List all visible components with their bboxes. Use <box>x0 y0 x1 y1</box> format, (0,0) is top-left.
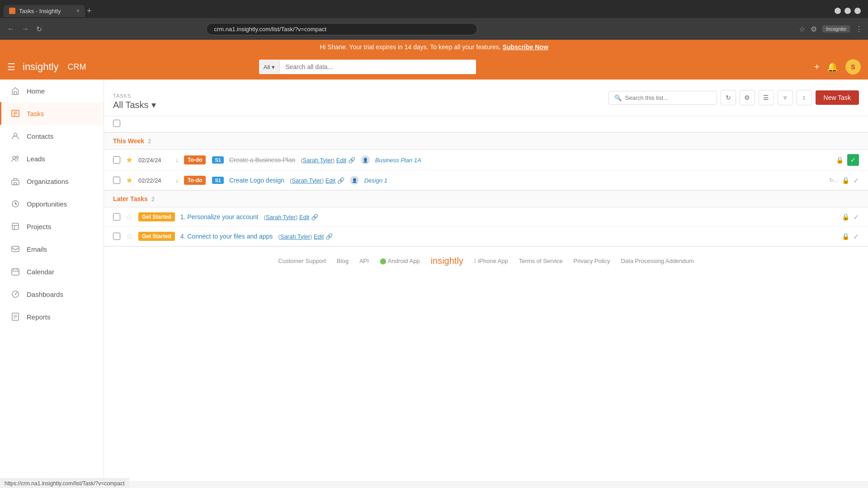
global-search: All ▾ <box>259 60 476 74</box>
task-person-3[interactable]: Sarah Tyler <box>266 214 296 221</box>
status-bar: https://crm.na1.insightly.com/list/Task/… <box>0 479 129 481</box>
task-edit-3[interactable]: Edit <box>299 214 309 221</box>
table-row: ☆ Get Started 1. Personalize your accoun… <box>104 207 868 227</box>
browser-tab[interactable]: Tasks - Insightly × <box>4 5 85 17</box>
sidebar-item-projects[interactable]: Projects <box>0 215 104 238</box>
subscribe-link[interactable]: Subscribe Now <box>503 43 548 51</box>
address-bar[interactable] <box>206 23 477 35</box>
task-link-icon-2: 🔗 <box>337 177 344 184</box>
star-icon-2[interactable]: ★ <box>126 175 133 185</box>
task-name-1[interactable]: Create a Business Plan <box>229 156 295 164</box>
add-button[interactable]: + <box>814 62 820 72</box>
task-checkbox-3[interactable] <box>113 213 120 221</box>
bookmark-icon[interactable]: ☆ <box>799 25 805 33</box>
complete-button-1[interactable]: ✓ <box>847 154 859 166</box>
task-name-2[interactable]: Create Logo design <box>229 177 284 184</box>
footer-iphone-app[interactable]:  iPhone App <box>474 258 508 264</box>
task-link-icon-1: 🔗 <box>348 157 355 164</box>
task-checkbox-1[interactable] <box>113 156 120 164</box>
task-edit-4[interactable]: Edit <box>314 233 324 240</box>
footer-terms[interactable]: Terms of Service <box>519 258 563 264</box>
tab-title: Tasks - Insightly <box>19 8 61 14</box>
new-task-button[interactable]: New Task <box>816 90 859 105</box>
menu-icon[interactable]: ⋮ <box>855 25 863 33</box>
footer-android-app[interactable]: ⬤ Android App <box>380 258 420 264</box>
sidebar-item-home[interactable]: Home <box>0 80 104 102</box>
status-badge-3: Get Started <box>138 212 175 221</box>
task-checkbox-4[interactable] <box>113 233 120 240</box>
sidebar-item-organizations[interactable]: Organizations <box>0 170 104 192</box>
sidebar-label-dashboards: Dashboards <box>27 291 63 298</box>
footer-dpa[interactable]: Data Processing Addendum <box>621 258 693 264</box>
footer-api[interactable]: API <box>359 258 369 264</box>
task-link-icon-3: 🔗 <box>311 214 318 221</box>
sidebar-item-reports[interactable]: Reports <box>0 305 104 328</box>
task-person-2[interactable]: Sarah Tyler <box>292 177 321 184</box>
new-tab-button[interactable]: + <box>87 6 92 16</box>
close-window-button[interactable] <box>854 8 861 14</box>
star-icon-1[interactable]: ★ <box>126 155 133 165</box>
global-search-input[interactable] <box>280 60 476 74</box>
all-tasks-label: All Tasks <box>113 100 149 110</box>
task-edit-1[interactable]: Edit <box>336 157 346 164</box>
sidebar-item-tasks[interactable]: Tasks <box>0 102 104 125</box>
footer-privacy[interactable]: Privacy Policy <box>574 258 610 264</box>
sidebar-item-opportunities[interactable]: Opportunities <box>0 192 104 215</box>
select-all-checkbox[interactable] <box>113 120 120 127</box>
maximize-button[interactable] <box>844 8 851 14</box>
sidebar-item-contacts[interactable]: Contacts <box>0 125 104 147</box>
sidebar-item-calendar[interactable]: Calendar <box>0 260 104 283</box>
notifications-button[interactable]: 🔔 <box>827 61 838 72</box>
back-button[interactable]: ← <box>5 23 16 35</box>
android-icon: ⬤ <box>380 258 387 264</box>
footer-customer-support[interactable]: Customer Support <box>278 258 326 264</box>
later-tasks-section-header: Later Tasks 2 <box>104 190 868 207</box>
app-header: ☰ insightly CRM All ▾ + 🔔 S <box>0 54 868 80</box>
sidebar-item-emails[interactable]: Emails <box>0 238 104 260</box>
hamburger-button[interactable]: ☰ <box>7 61 15 72</box>
close-tab-button[interactable]: × <box>76 8 80 14</box>
home-icon <box>10 86 20 96</box>
sidebar-item-dashboards[interactable]: Dashboards <box>0 283 104 305</box>
this-week-label: This Week <box>113 137 144 145</box>
task-actions-4: 🔒 ✓ <box>842 232 859 241</box>
view-toggle-button[interactable]: ☰ <box>759 90 774 105</box>
task-project-1[interactable]: Business Plan 1A <box>375 157 421 164</box>
refresh-button[interactable]: ↻ <box>34 23 44 35</box>
lock-icon-4: 🔒 <box>842 233 849 240</box>
footer-blog[interactable]: Blog <box>337 258 349 264</box>
this-week-count: 2 <box>148 138 151 145</box>
settings-button[interactable]: ⚙ <box>740 90 755 105</box>
search-list-container: 🔍 <box>609 91 717 105</box>
task-checkbox-2[interactable] <box>113 177 120 184</box>
check-icon-2[interactable]: ✓ <box>853 176 859 185</box>
task-person-4[interactable]: Sarah Tyler <box>280 233 310 240</box>
star-icon-4[interactable]: ☆ <box>126 231 133 241</box>
star-icon-3[interactable]: ☆ <box>126 212 133 222</box>
task-meta-1: (Sarah Tyler) Edit 🔗 <box>301 157 355 164</box>
task-circle-icon-2: 👤 <box>350 176 359 185</box>
forward-button[interactable]: → <box>20 23 31 35</box>
filter-button[interactable]: ▿ <box>778 90 793 105</box>
task-name-3[interactable]: 1. Personalize your account <box>180 213 259 221</box>
sort-button[interactable]: ↕ <box>797 90 812 105</box>
task-project-2[interactable]: Design 1 <box>364 177 387 184</box>
status-badge-2: To-do <box>184 176 206 185</box>
sidebar-label-calendar: Calendar <box>27 268 54 276</box>
task-edit-2[interactable]: Edit <box>326 177 335 184</box>
check-icon-4[interactable]: ✓ <box>853 232 859 241</box>
check-icon-3[interactable]: ✓ <box>853 213 859 221</box>
task-name-4[interactable]: 4. Connect to your files and apps <box>180 233 273 240</box>
minimize-button[interactable] <box>835 8 841 14</box>
search-list-input[interactable] <box>625 94 707 101</box>
sidebar-item-leads[interactable]: Leads <box>0 147 104 170</box>
all-tasks-dropdown[interactable]: All Tasks ▾ <box>113 99 156 110</box>
extensions-icon[interactable]: ⚙ <box>811 25 817 33</box>
priority-icon-1: ↓ <box>175 156 179 164</box>
task-person-1[interactable]: Sarah Tyler <box>303 157 333 164</box>
dashboards-icon <box>10 289 20 299</box>
avatar[interactable]: S <box>845 59 861 75</box>
crm-label: CRM <box>67 62 86 72</box>
refresh-list-button[interactable]: ↻ <box>721 90 736 105</box>
search-filter-button[interactable]: All ▾ <box>259 60 280 74</box>
